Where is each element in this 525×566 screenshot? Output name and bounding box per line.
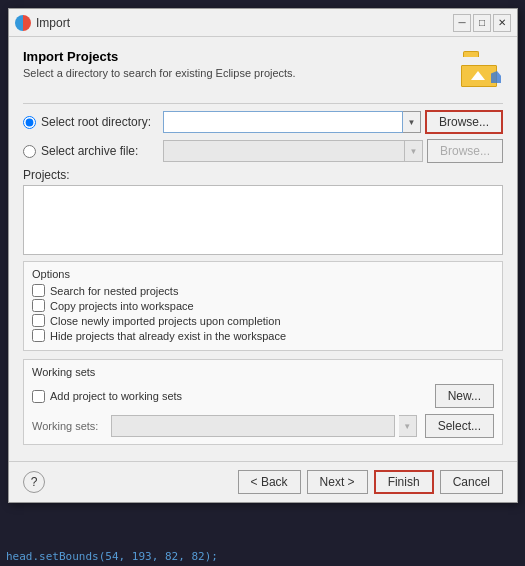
back-button[interactable]: < Back (238, 470, 301, 494)
working-sets-dropdown: ▼ (399, 415, 417, 437)
hide-existing-label: Hide projects that already exist in the … (50, 330, 286, 342)
working-sets-field-label: Working sets: (32, 420, 107, 432)
archive-file-radio[interactable] (23, 145, 36, 158)
code-text: head.setBounds(54, 193, 82, 82); (6, 550, 218, 563)
nested-projects-checkbox[interactable] (32, 284, 45, 297)
options-section: Options Search for nested projects Copy … (23, 261, 503, 351)
working-sets-section: Working sets Add project to working sets… (23, 359, 503, 445)
working-sets-input (111, 415, 395, 437)
close-imported-label: Close newly imported projects upon compl… (50, 315, 281, 327)
archive-browse-button: Browse... (427, 139, 503, 163)
folder-tab-icon (463, 51, 479, 57)
wizard-header-text: Import Projects Select a directory to se… (23, 49, 296, 79)
maximize-button[interactable]: □ (473, 14, 491, 32)
new-working-set-button[interactable]: New... (435, 384, 494, 408)
wizard-heading: Import Projects (23, 49, 296, 64)
next-button[interactable]: Next > (307, 470, 368, 494)
root-directory-dropdown[interactable]: ▼ (403, 111, 421, 133)
projects-list[interactable] (23, 185, 503, 255)
option-nested-projects[interactable]: Search for nested projects (32, 284, 494, 297)
archive-dropdown: ▼ (405, 140, 423, 162)
dialog-content: Import Projects Select a directory to se… (9, 37, 517, 461)
select-working-set-button[interactable]: Select... (425, 414, 494, 438)
title-bar: Import ─ □ ✕ (9, 9, 517, 37)
root-directory-radio[interactable] (23, 116, 36, 129)
working-sets-title: Working sets (32, 366, 494, 378)
wizard-header: Import Projects Select a directory to se… (23, 49, 503, 87)
hide-existing-checkbox[interactable] (32, 329, 45, 342)
finish-button[interactable]: Finish (374, 470, 434, 494)
copy-projects-label: Copy projects into workspace (50, 300, 194, 312)
archive-file-row: Select archive file: ▼ Browse... (23, 139, 503, 163)
add-to-working-sets-checkbox[interactable] (32, 390, 45, 403)
wizard-icon (461, 49, 503, 87)
root-directory-label: Select root directory: (41, 115, 151, 129)
option-close-imported[interactable]: Close newly imported projects upon compl… (32, 314, 494, 327)
window-controls: ─ □ ✕ (453, 14, 511, 32)
app-icon (15, 15, 31, 31)
working-sets-input-row: Working sets: ▼ Select... (32, 414, 494, 438)
option-hide-existing[interactable]: Hide projects that already exist in the … (32, 329, 494, 342)
nested-projects-label: Search for nested projects (50, 285, 178, 297)
cancel-button[interactable]: Cancel (440, 470, 503, 494)
wizard-description: Select a directory to search for existin… (23, 67, 296, 79)
header-divider (23, 103, 503, 104)
root-directory-radio-label[interactable]: Select root directory: (23, 115, 163, 129)
projects-label: Projects: (23, 168, 503, 182)
add-to-working-sets-row[interactable]: Add project to working sets New... (32, 384, 494, 408)
code-line: head.setBounds(54, 193, 82, 82); (0, 548, 525, 566)
root-browse-button[interactable]: Browse... (425, 110, 503, 134)
minimize-button[interactable]: ─ (453, 14, 471, 32)
options-title: Options (32, 268, 494, 280)
option-copy-projects[interactable]: Copy projects into workspace (32, 299, 494, 312)
button-bar: ? < Back Next > Finish Cancel (9, 461, 517, 502)
folder-overlay-icon (491, 71, 501, 83)
archive-file-label: Select archive file: (41, 144, 138, 158)
close-imported-checkbox[interactable] (32, 314, 45, 327)
close-button[interactable]: ✕ (493, 14, 511, 32)
archive-file-input (163, 140, 405, 162)
copy-projects-checkbox[interactable] (32, 299, 45, 312)
archive-file-radio-label[interactable]: Select archive file: (23, 144, 163, 158)
help-button[interactable]: ? (23, 471, 45, 493)
root-directory-row: Select root directory: ▼ Browse... (23, 110, 503, 134)
folder-arrow-icon (471, 71, 485, 80)
root-directory-input[interactable] (163, 111, 403, 133)
add-to-working-sets-label: Add project to working sets (50, 390, 182, 402)
window-title: Import (36, 16, 453, 30)
